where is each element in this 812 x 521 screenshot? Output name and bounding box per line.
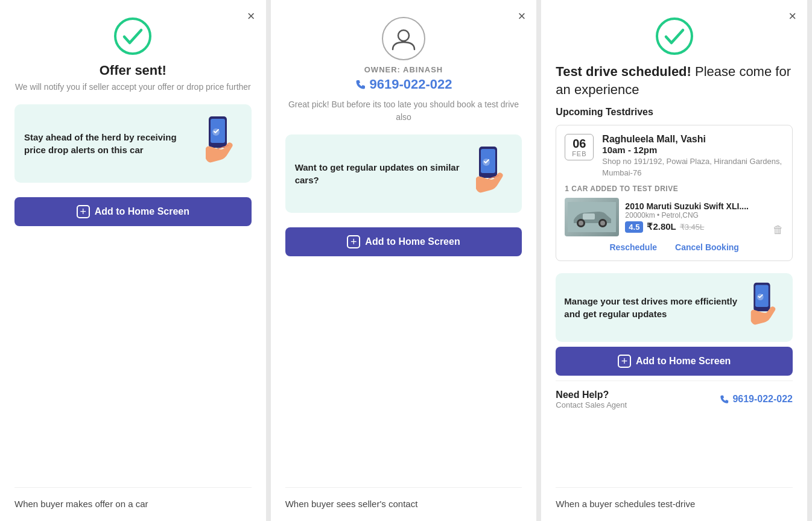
panel-offer-sent: × Offer sent! We will notify you if sell… <box>0 0 271 521</box>
car-thumbnail <box>565 198 619 236</box>
date-box: 06 FEB <box>565 134 594 160</box>
owner-phone-text: 9619-022-022 <box>370 77 452 92</box>
help-phone[interactable]: 9619-022-022 <box>720 394 793 405</box>
owner-label: OWNER: ABINASH <box>285 65 522 74</box>
help-sub: Contact Sales Agent <box>556 400 627 409</box>
venue-address: Shop no 191/192, Powai Plaza, Hirandani … <box>602 156 784 178</box>
panel1-caption: When buyer makes offer on a car <box>14 487 252 509</box>
add-home-screen-button-p3[interactable]: + Add to Home Screen <box>556 347 793 376</box>
car-added-label: 1 CAR ADDED TO TEST DRIVE <box>565 185 784 193</box>
svg-point-14 <box>600 221 605 226</box>
testdrive-title: Test drive scheduled! Please come for an… <box>556 63 793 98</box>
svg-point-9 <box>657 19 692 54</box>
help-title: Need Help? <box>556 390 627 400</box>
car-thumbnail-image <box>565 198 619 236</box>
phone-hand-illustration-p1 <box>200 115 242 172</box>
car-info: 2010 Maruti Suzuki Swift XLI.... 20000km… <box>625 201 767 233</box>
add-home-label-p1: Add to Home Screen <box>95 206 189 217</box>
phone-hand-illustration-p2 <box>470 145 512 202</box>
cta-box-text-p1: Stay ahead of the herd by receiving pric… <box>24 131 194 156</box>
price-drop-cta-box: Stay ahead of the herd by receiving pric… <box>14 104 252 183</box>
close-button-panel3[interactable]: × <box>788 10 796 23</box>
add-home-screen-button-p2[interactable]: + Add to Home Screen <box>285 227 522 256</box>
testdrive-header: 06 FEB Raghuleela Mall, Vashi 10am - 12p… <box>565 134 784 178</box>
venue-time: 10am - 12pm <box>602 145 784 155</box>
owner-desc: Great pick! But before its too late you … <box>285 98 522 124</box>
car-km: 20000km • Petrol,CNG <box>625 211 767 219</box>
cancel-booking-link[interactable]: Cancel Booking <box>675 242 739 252</box>
help-phone-text: 9619-022-022 <box>732 394 793 405</box>
svg-rect-15 <box>583 213 595 219</box>
panel-test-drive: × Test drive scheduled! Please come for … <box>541 0 812 521</box>
svg-point-4 <box>217 147 219 149</box>
offer-sent-title: Offer sent! <box>14 63 252 78</box>
reschedule-link[interactable]: Reschedule <box>609 242 657 252</box>
manage-testdrive-cta-box: Manage your test drives more efficiently… <box>556 273 793 342</box>
add-home-label-p2: Add to Home Screen <box>365 236 460 247</box>
panel2-caption: When buyer sees seller's contact <box>285 487 522 509</box>
svg-point-5 <box>398 30 409 41</box>
owner-phone[interactable]: 9619-022-022 <box>285 77 522 92</box>
car-price-old: ₹3.45L <box>680 223 705 232</box>
car-price-now: ₹2.80L <box>647 221 676 232</box>
panel-seller-contact: × OWNER: ABINASH 9619-022-022 Great pick… <box>271 0 542 521</box>
car-rating-badge: 4.5 <box>625 221 643 233</box>
upcoming-label: Upcoming Testdrives <box>556 107 793 118</box>
owner-avatar <box>382 17 425 60</box>
cta-box-text-p2: Want to get regular updates on similar c… <box>295 161 465 186</box>
action-links: Reschedule Cancel Booking <box>565 242 784 252</box>
venue-name: Raghuleela Mall, Vashi <box>602 134 784 145</box>
plus-icon-p1: + <box>77 205 90 218</box>
manage-cta-text: Manage your test drives more efficiently… <box>564 295 740 320</box>
close-button-panel2[interactable]: × <box>518 10 525 23</box>
car-price-row: 4.5 ₹2.80L ₹3.45L <box>625 221 767 233</box>
check-icon-p3 <box>655 17 694 55</box>
date-day: 06 <box>565 137 593 150</box>
close-button-panel1[interactable]: × <box>247 10 255 23</box>
updates-cta-box: Want to get regular updates on similar c… <box>285 134 522 213</box>
testdrive-card: 06 FEB Raghuleela Mall, Vashi 10am - 12p… <box>556 125 793 260</box>
plus-icon-p2: + <box>347 235 360 248</box>
phone-hand-illustration-p3 <box>745 282 784 333</box>
panel3-caption: When a buyer schedules test-drive <box>556 487 793 509</box>
date-month: FEB <box>565 150 593 157</box>
svg-point-0 <box>115 19 150 54</box>
add-home-label-p3: Add to Home Screen <box>636 356 731 367</box>
svg-point-12 <box>579 221 583 226</box>
help-text: Need Help? Contact Sales Agent <box>556 390 627 409</box>
offer-sent-subtitle: We will notify you if seller accept your… <box>14 81 252 93</box>
venue-info: Raghuleela Mall, Vashi 10am - 12pm Shop … <box>602 134 784 178</box>
add-home-screen-button-p1[interactable]: + Add to Home Screen <box>14 197 252 226</box>
plus-icon-p3: + <box>618 355 631 368</box>
car-item: 2010 Maruti Suzuki Swift XLI.... 20000km… <box>565 198 784 236</box>
delete-car-icon[interactable]: 🗑 <box>773 224 784 236</box>
check-icon <box>113 17 152 55</box>
car-name: 2010 Maruti Suzuki Swift XLI.... <box>625 201 767 211</box>
testdrive-title-bold: Test drive scheduled! <box>556 64 691 79</box>
help-row: Need Help? Contact Sales Agent 9619-022-… <box>556 380 793 409</box>
